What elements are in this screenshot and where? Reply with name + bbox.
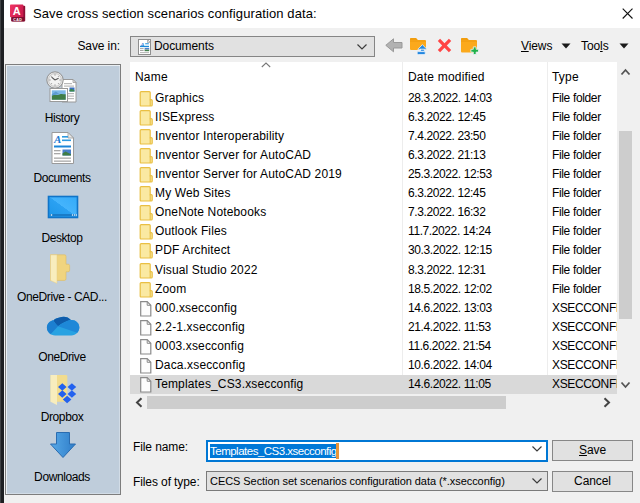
svg-text:A: A (13, 5, 21, 17)
svg-text:CAD: CAD (13, 18, 22, 22)
svg-text:A: A (53, 133, 61, 145)
